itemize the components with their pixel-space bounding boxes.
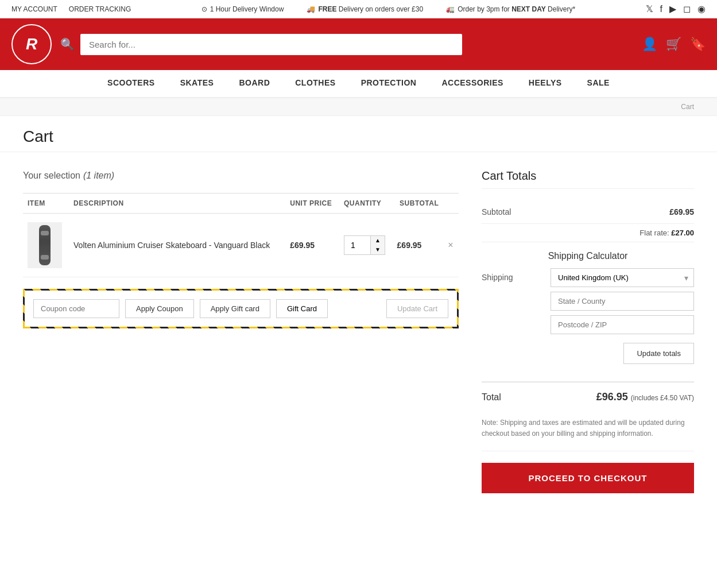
search-input[interactable] bbox=[80, 34, 462, 55]
nav-item-protection[interactable]: PROTECTION bbox=[348, 70, 429, 97]
wishlist-icon[interactable]: 🔖 bbox=[690, 37, 706, 52]
quantity-control: ▲ ▼ bbox=[344, 235, 385, 255]
subtotal-label: Subtotal bbox=[482, 207, 511, 216]
youtube-icon[interactable]: ▶ bbox=[669, 3, 676, 14]
header-icons: 👤 🛒 🔖 bbox=[642, 37, 706, 52]
page-title: Cart bbox=[23, 127, 694, 146]
truck-icon: 🚚 bbox=[307, 5, 315, 13]
nav-item-accessories[interactable]: ACCESSORIES bbox=[429, 70, 516, 97]
unit-price: £69.95 bbox=[290, 241, 315, 250]
my-account-link[interactable]: MY ACCOUNT bbox=[11, 5, 57, 13]
page-title-bar: Cart bbox=[0, 116, 717, 152]
apply-gift-card-button[interactable]: Apply Gift card bbox=[200, 299, 270, 318]
shipping-section: Shipping Calculator Shipping United King… bbox=[482, 242, 694, 382]
header: R 🔍 👤 🛒 🔖 bbox=[0, 18, 717, 70]
shipping-label: Shipping bbox=[482, 268, 513, 282]
flat-rate-value: £27.00 bbox=[671, 229, 694, 237]
next-day-label: NEXT DAY bbox=[511, 5, 546, 13]
shipping-row: Shipping United Kingdom (UK) bbox=[482, 268, 694, 334]
clock-icon: ⊙ bbox=[201, 5, 207, 13]
twitter-icon[interactable]: 𝕏 bbox=[646, 3, 653, 14]
total-value: £96.95 (includes £4.50 VAT) bbox=[596, 391, 694, 403]
subtotal-value: £69.95 bbox=[669, 207, 694, 216]
cart-table: ITEM DESCRIPTION UNIT PRICE QUANTITY SUB… bbox=[23, 193, 459, 277]
country-select-wrap: United Kingdom (UK) bbox=[551, 268, 694, 287]
table-row: Volten Aluminium Cruiser Skateboard - Va… bbox=[23, 214, 459, 277]
nav-item-sale[interactable]: SALE bbox=[575, 70, 622, 97]
apply-coupon-button[interactable]: Apply Coupon bbox=[125, 299, 194, 318]
quantity-buttons: ▲ ▼ bbox=[370, 236, 385, 254]
delivery-info-2: 🚚 FREE Delivery on orders over £30 bbox=[307, 5, 423, 13]
top-bar: MY ACCOUNT ORDER TRACKING ⊙ 1 Hour Deliv… bbox=[0, 0, 717, 18]
instagram-icon[interactable]: ◻ bbox=[683, 3, 691, 14]
checkout-button[interactable]: PROCEED TO CHECKOUT bbox=[482, 463, 694, 493]
quantity-down-button[interactable]: ▼ bbox=[371, 245, 385, 254]
main-nav: SCOOTERS SKATES BOARD CLOTHES PROTECTION… bbox=[0, 70, 717, 98]
product-name: Volten Aluminium Cruiser Skateboard - Va… bbox=[73, 241, 270, 250]
coupon-input[interactable] bbox=[33, 299, 119, 318]
total-label: Total bbox=[482, 392, 501, 403]
nav-item-skates[interactable]: SKATES bbox=[168, 70, 227, 97]
cart-totals: Cart Totals Subtotal £69.95 Flat rate: £… bbox=[482, 169, 694, 493]
shipping-note: Note: Shipping and taxes are estimated a… bbox=[482, 412, 694, 451]
flat-rate-row: Flat rate: £27.00 bbox=[482, 224, 694, 242]
search-icon: 🔍 bbox=[60, 37, 75, 51]
top-bar-center: ⊙ 1 Hour Delivery Window 🚚 FREE Delivery… bbox=[201, 5, 575, 13]
col-item: ITEM bbox=[23, 194, 69, 214]
state-county-input[interactable] bbox=[551, 292, 694, 311]
col-description: DESCRIPTION bbox=[69, 194, 285, 214]
col-subtotal: SUBTOTAL bbox=[393, 194, 444, 214]
quantity-input[interactable] bbox=[344, 238, 370, 253]
col-unit-price: UNIT PRICE bbox=[285, 194, 339, 214]
subtotal-value: £69.95 bbox=[397, 241, 422, 250]
flat-rate-label: Flat rate: £27.00 bbox=[640, 229, 694, 237]
cart-icon[interactable]: 🛒 bbox=[666, 37, 681, 52]
coupon-section: Apply Coupon Apply Gift card Gift Card U… bbox=[23, 289, 459, 328]
remove-item-button[interactable]: × bbox=[448, 240, 453, 250]
user-icon[interactable]: 👤 bbox=[642, 37, 657, 52]
delivery-info-3: 🚛 Order by 3pm for NEXT DAY Delivery* bbox=[446, 5, 575, 13]
shipping-fields: United Kingdom (UK) bbox=[551, 268, 694, 334]
order-tracking-link[interactable]: ORDER TRACKING bbox=[69, 5, 131, 13]
logo[interactable]: R bbox=[11, 24, 52, 64]
nav-item-heelys[interactable]: HEELYS bbox=[516, 70, 575, 97]
nav-item-clothes[interactable]: CLOTHES bbox=[282, 70, 348, 97]
skateboard-icon bbox=[39, 225, 51, 265]
main-content: Your selection (1 item) ITEM DESCRIPTION… bbox=[0, 152, 717, 510]
update-totals-button[interactable]: Update totals bbox=[623, 343, 694, 364]
total-vat: (includes £4.50 VAT) bbox=[631, 394, 694, 402]
selection-heading: Your selection (1 item) bbox=[23, 169, 459, 181]
delivery-truck-icon: 🚛 bbox=[446, 5, 455, 13]
update-cart-button[interactable]: Update Cart bbox=[386, 299, 448, 318]
postcode-input[interactable] bbox=[551, 315, 694, 334]
quantity-up-button[interactable]: ▲ bbox=[371, 236, 385, 245]
delivery-info-1: ⊙ 1 Hour Delivery Window bbox=[201, 5, 284, 13]
top-bar-right: 𝕏 f ▶ ◻ ◉ bbox=[646, 3, 706, 14]
cart-totals-title: Cart Totals bbox=[482, 169, 694, 189]
nav-item-scooters[interactable]: SCOOTERS bbox=[95, 70, 168, 97]
country-select[interactable]: United Kingdom (UK) bbox=[551, 268, 694, 287]
subtotal-row: Subtotal £69.95 bbox=[482, 200, 694, 224]
notification-icon[interactable]: ◉ bbox=[697, 3, 706, 14]
product-image bbox=[28, 222, 62, 268]
col-quantity: QUANTITY bbox=[339, 194, 393, 214]
cart-section: Your selection (1 item) ITEM DESCRIPTION… bbox=[23, 169, 459, 493]
shipping-calculator-title: Shipping Calculator bbox=[482, 251, 694, 261]
breadcrumb: Cart bbox=[0, 98, 717, 116]
top-bar-left: MY ACCOUNT ORDER TRACKING bbox=[11, 5, 131, 13]
gift-card-button[interactable]: Gift Card bbox=[276, 299, 328, 318]
nav-item-board[interactable]: BOARD bbox=[226, 70, 282, 97]
total-row: Total £96.95 (includes £4.50 VAT) bbox=[482, 382, 694, 412]
search-container: 🔍 bbox=[60, 34, 462, 55]
facebook-icon[interactable]: f bbox=[660, 4, 662, 14]
